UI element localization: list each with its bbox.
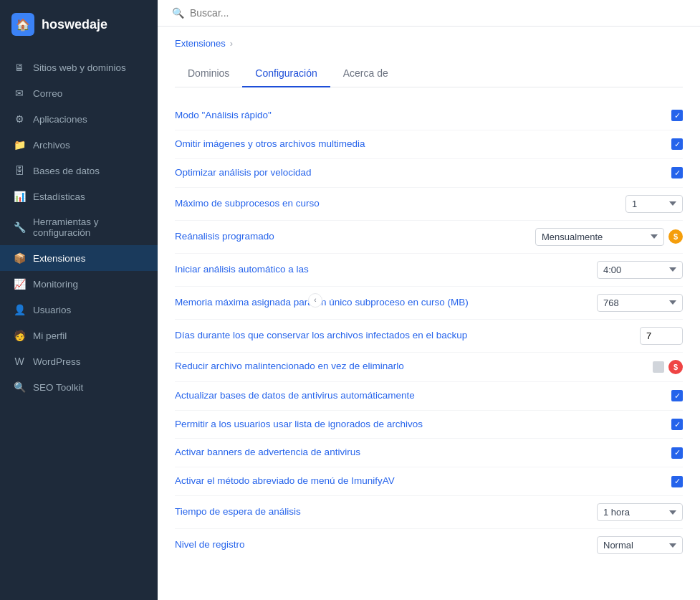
tabs: DominiosConfiguraciónAcerca de: [175, 60, 683, 87]
tab-configuración[interactable]: Configuración: [242, 60, 330, 87]
sidebar-item-usuarios[interactable]: 👤Usuarios: [0, 297, 158, 323]
tab-dominios[interactable]: Dominios: [175, 60, 242, 87]
sidebar-item-correo[interactable]: ✉Correo: [0, 80, 158, 106]
main-content: 🔍 Extensiones › DominiosConfiguraciónAce…: [158, 0, 700, 600]
checkbox-modo-analisis[interactable]: ✓: [671, 110, 683, 121]
checkbox-metodo-abreviado[interactable]: ✓: [671, 476, 683, 487]
setting-row-metodo-abreviado: Activar el método abreviado de menú de I…: [175, 467, 683, 496]
checkbox-actualizar-bd[interactable]: ✓: [671, 390, 683, 401]
setting-row-omitir-imagenes: Omitir imágenes y otros archivos multime…: [175, 130, 683, 159]
setting-row-modo-analisis: Modo "Análisis rápido"✓: [175, 102, 683, 130]
breadcrumb: Extensiones ›: [175, 38, 683, 49]
setting-control-tiempo-espera: 1 hora2 horas4 horasSin límite: [597, 503, 683, 521]
main-wrapper: ‹ 🔍 Extensiones › DominiosConfiguraciónA…: [158, 0, 700, 600]
premium-badge-reanalis-programado[interactable]: $: [668, 229, 683, 244]
setting-label-memoria-maxima: Memoria máxima asignada para un único su…: [175, 296, 597, 310]
sidebar-item-herramientas[interactable]: 🔧Herramientas y configuración: [0, 209, 158, 245]
setting-control-memoria-maxima: 2565127681024: [597, 294, 683, 312]
checkbox-optimizar-velocidad[interactable]: ✓: [671, 167, 683, 178]
checkbox-lista-ignorados[interactable]: ✓: [671, 419, 683, 430]
sidebar-item-estadisticas[interactable]: 📊Estadísticas: [0, 184, 158, 209]
setting-label-lista-ignorados: Permitir a los usuarios usar lista de ig…: [175, 418, 671, 432]
setting-control-dias-backup: [640, 327, 683, 345]
topbar: 🔍: [158, 0, 700, 27]
setting-control-optimizar-velocidad: ✓: [671, 167, 683, 178]
sidebar-item-label: Extensiones: [33, 253, 86, 264]
setting-row-dias-backup: Días durante los que conservar los archi…: [175, 320, 683, 353]
sidebar-item-label: Correo: [33, 88, 62, 99]
logo-icon: 🏠: [11, 13, 34, 36]
setting-row-actualizar-bd: Actualizar bases de datos de antivirus a…: [175, 382, 683, 411]
setting-label-iniciar-analisis: Iniciar análisis automático a las: [175, 263, 597, 277]
sitios-icon: 🖥: [13, 62, 26, 73]
setting-label-actualizar-bd: Actualizar bases de datos de antivirus a…: [175, 389, 671, 403]
sidebar-item-archivos[interactable]: 📁Archivos: [0, 132, 158, 158]
setting-row-banners-advertencia: Activar banners de advertencia de antivi…: [175, 439, 683, 467]
sidebar-item-label: Monitoring: [33, 279, 78, 290]
sidebar-item-aplicaciones[interactable]: ⚙Aplicaciones: [0, 106, 158, 132]
setting-control-modo-analisis: ✓: [671, 110, 683, 121]
breadcrumb-separator: ›: [230, 38, 233, 49]
sidebar-item-extensiones[interactable]: 📦Extensiones: [0, 245, 158, 271]
sidebar-item-wordpress[interactable]: WWordPress: [0, 348, 158, 374]
setting-label-reducir-archivo: Reducir archivo malintencionado en vez d…: [175, 360, 653, 373]
seo-icon: 🔍: [13, 381, 26, 393]
setting-control-omitir-imagenes: ✓: [671, 138, 683, 150]
setting-row-reducir-archivo: Reducir archivo malintencionado en vez d…: [175, 353, 683, 382]
setting-row-iniciar-analisis: Iniciar análisis automático a las4:000:0…: [175, 254, 683, 287]
setting-label-dias-backup: Días durante los que conservar los archi…: [175, 329, 640, 343]
wordpress-icon: W: [13, 356, 26, 367]
archivos-icon: 📁: [13, 139, 26, 151]
setting-control-max-subprocesos: 1234: [625, 195, 683, 213]
input-dias-backup[interactable]: [640, 327, 683, 345]
search-input[interactable]: [190, 7, 333, 19]
setting-label-nivel-registro: Nivel de registro: [175, 538, 597, 552]
logo-text: hoswedaje: [42, 17, 107, 32]
premium-badge-reducir-archivo[interactable]: $: [668, 360, 683, 374]
checkbox-reducir-archivo[interactable]: [653, 361, 664, 373]
sidebar-item-sitios[interactable]: 🖥Sitios web y dominios: [0, 54, 158, 80]
setting-label-reanalis-programado: Reánalisis programado: [175, 230, 535, 244]
select-nivel-registro[interactable]: NormalDebugInfoWarning: [597, 536, 683, 554]
setting-label-optimizar-velocidad: Optimizar análisis por velocidad: [175, 166, 671, 180]
select-max-subprocesos[interactable]: 1234: [625, 195, 683, 213]
select-memoria-maxima[interactable]: 2565127681024: [597, 294, 683, 312]
sidebar: 🏠 hoswedaje 🖥Sitios web y dominios✉Corre…: [0, 0, 158, 600]
setting-label-modo-analisis: Modo "Análisis rápido": [175, 109, 671, 123]
setting-control-banners-advertencia: ✓: [671, 447, 683, 459]
select-iniciar-analisis[interactable]: 4:000:008:0012:0016:0020:00: [597, 261, 683, 279]
correo-icon: ✉: [13, 87, 26, 99]
setting-control-reanalis-programado: MensualmenteSemanalmenteDiariamente$: [535, 228, 683, 246]
sidebar-item-perfil[interactable]: 🧑Mi perfil: [0, 323, 158, 348]
herramientas-icon: 🔧: [13, 222, 26, 233]
setting-row-reanalis-programado: Reánalisis programadoMensualmenteSemanal…: [175, 221, 683, 254]
setting-label-max-subprocesos: Máximo de subprocesos en curso: [175, 197, 625, 211]
bases-icon: 🗄: [13, 165, 26, 176]
sidebar-item-label: Archivos: [33, 140, 70, 151]
estadisticas-icon: 📊: [13, 191, 26, 202]
select-reanalis-programado[interactable]: MensualmenteSemanalmenteDiariamente: [535, 228, 664, 246]
sidebar-item-label: Sitios web y dominios: [33, 62, 126, 73]
monitoring-icon: 📈: [13, 278, 26, 290]
aplicaciones-icon: ⚙: [13, 113, 26, 125]
perfil-icon: 🧑: [13, 330, 26, 341]
checkbox-omitir-imagenes[interactable]: ✓: [671, 138, 683, 150]
tab-acerca-de[interactable]: Acerca de: [330, 60, 401, 87]
usuarios-icon: 👤: [13, 304, 26, 315]
collapse-sidebar-button[interactable]: ‹: [308, 293, 322, 308]
setting-control-actualizar-bd: ✓: [671, 390, 683, 401]
sidebar-item-seo[interactable]: 🔍SEO Toolkit: [0, 374, 158, 400]
setting-label-tiempo-espera: Tiempo de espera de análisis: [175, 505, 597, 519]
logo-area: 🏠 hoswedaje: [0, 0, 158, 49]
sidebar-item-monitoring[interactable]: 📈Monitoring: [0, 271, 158, 297]
setting-control-iniciar-analisis: 4:000:008:0012:0016:0020:00: [597, 261, 683, 279]
sidebar-item-label: Usuarios: [33, 305, 71, 315]
checkbox-banners-advertencia[interactable]: ✓: [671, 447, 683, 459]
select-tiempo-espera[interactable]: 1 hora2 horas4 horasSin límite: [597, 503, 683, 521]
sidebar-item-label: SEO Toolkit: [33, 382, 83, 393]
sidebar-item-bases[interactable]: 🗄Bases de datos: [0, 158, 158, 184]
setting-row-nivel-registro: Nivel de registroNormalDebugInfoWarning: [175, 529, 683, 561]
content-area: Extensiones › DominiosConfiguraciónAcerc…: [158, 27, 700, 600]
setting-control-metodo-abreviado: ✓: [671, 476, 683, 487]
breadcrumb-item[interactable]: Extensiones: [175, 38, 226, 49]
